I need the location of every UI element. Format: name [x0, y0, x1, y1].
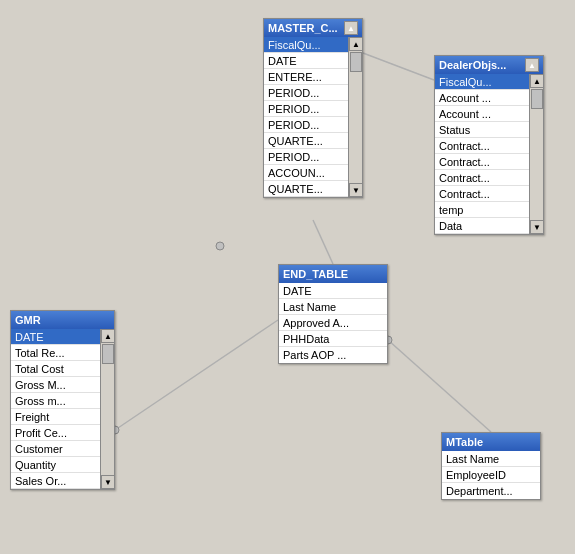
scroll-up-btn[interactable]: ▲ — [101, 329, 115, 343]
table-row[interactable]: Contract... — [435, 154, 543, 170]
end-table-body: DATE Last Name Approved A... PHHData Par… — [279, 283, 387, 363]
svg-line-1 — [313, 220, 333, 264]
mtable-title: MTable — [446, 436, 536, 448]
end-table: END_TABLE DATE Last Name Approved A... P… — [278, 264, 388, 364]
gmr-title: GMR — [15, 314, 110, 326]
gmr-scrollbar[interactable]: ▲ ▼ — [100, 329, 114, 489]
gmr-body: DATE Total Re... Total Cost Gross M... G… — [11, 329, 114, 489]
dealer-objs-header[interactable]: DealerObjs... ▲ — [435, 56, 543, 74]
master-c-body: FiscalQu... DATE ENTERE... PERIOD... PER… — [264, 37, 362, 197]
table-row[interactable]: EmployeeID — [442, 467, 540, 483]
table-row[interactable]: DATE — [11, 329, 114, 345]
table-row[interactable]: Data — [435, 218, 543, 234]
end-table-header[interactable]: END_TABLE — [279, 265, 387, 283]
table-row[interactable]: Total Cost — [11, 361, 114, 377]
table-row[interactable]: temp — [435, 202, 543, 218]
table-row[interactable]: Parts AOP ... — [279, 347, 387, 363]
table-row[interactable]: Last Name — [442, 451, 540, 467]
table-row[interactable]: Profit Ce... — [11, 425, 114, 441]
scroll-down-btn[interactable]: ▼ — [349, 183, 363, 197]
scroll-thumb[interactable] — [531, 89, 543, 109]
table-row[interactable]: Sales Or... — [11, 473, 114, 489]
scroll-down-btn[interactable]: ▼ — [101, 475, 115, 489]
table-row[interactable]: Status — [435, 122, 543, 138]
scroll-track — [101, 343, 114, 475]
scroll-thumb[interactable] — [102, 344, 114, 364]
scroll-track — [349, 51, 362, 183]
table-row[interactable]: Customer — [11, 441, 114, 457]
mtable-table: MTable Last Name EmployeeID Department..… — [441, 432, 541, 500]
table-row[interactable]: DATE — [279, 283, 387, 299]
table-row[interactable]: Gross m... — [11, 393, 114, 409]
table-row[interactable]: Account ... — [435, 90, 543, 106]
master-c-scrollbar[interactable]: ▲ ▼ — [348, 37, 362, 197]
table-row[interactable]: FiscalQu... — [435, 74, 543, 90]
svg-line-0 — [363, 53, 434, 80]
end-table-title: END_TABLE — [283, 268, 383, 280]
table-row[interactable]: Total Re... — [11, 345, 114, 361]
svg-point-4 — [216, 242, 224, 250]
table-row[interactable]: Gross M... — [11, 377, 114, 393]
master-c-header[interactable]: MASTER_C... ▲ — [264, 19, 362, 37]
master-c-table: MASTER_C... ▲ FiscalQu... DATE ENTERE...… — [263, 18, 363, 198]
dealer-objs-scrollbar[interactable]: ▲ ▼ — [529, 74, 543, 234]
master-c-title: MASTER_C... — [268, 22, 344, 34]
gmr-table: GMR DATE Total Re... Total Cost Gross M.… — [10, 310, 115, 490]
scroll-thumb[interactable] — [350, 52, 362, 72]
svg-line-3 — [388, 340, 491, 432]
scroll-up-btn[interactable]: ▲ — [349, 37, 363, 51]
master-c-scroll-up[interactable]: ▲ — [344, 21, 358, 35]
table-row[interactable]: Approved A... — [279, 315, 387, 331]
table-row[interactable]: Contract... — [435, 138, 543, 154]
dealer-objs-scroll-up[interactable]: ▲ — [525, 58, 539, 72]
table-row[interactable]: Quantity — [11, 457, 114, 473]
scroll-up-btn[interactable]: ▲ — [530, 74, 544, 88]
scroll-track — [530, 88, 543, 220]
dealer-objs-body: FiscalQu... Account ... Account ... Stat… — [435, 74, 543, 234]
mtable-header[interactable]: MTable — [442, 433, 540, 451]
scroll-down-btn[interactable]: ▼ — [530, 220, 544, 234]
mtable-body: Last Name EmployeeID Department... — [442, 451, 540, 499]
table-row[interactable]: Last Name — [279, 299, 387, 315]
table-row[interactable]: Contract... — [435, 170, 543, 186]
table-row[interactable]: Contract... — [435, 186, 543, 202]
table-row[interactable]: PHHData — [279, 331, 387, 347]
svg-line-2 — [115, 320, 278, 430]
table-row[interactable]: Account ... — [435, 106, 543, 122]
table-row[interactable]: Freight — [11, 409, 114, 425]
table-row[interactable]: Department... — [442, 483, 540, 499]
gmr-header[interactable]: GMR — [11, 311, 114, 329]
dealer-objs-title: DealerObjs... — [439, 59, 525, 71]
dealer-objs-table: DealerObjs... ▲ FiscalQu... Account ... … — [434, 55, 544, 235]
